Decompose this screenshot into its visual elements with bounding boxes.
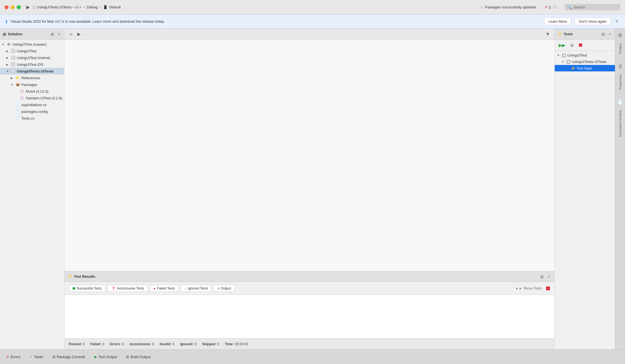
tree-label: Packages bbox=[21, 83, 37, 87]
tree-arrow: ▼ bbox=[557, 54, 561, 57]
tasks-icon: ✓ bbox=[29, 355, 32, 359]
status-area: ✓ Packages successfully updated. bbox=[480, 5, 537, 9]
inconclusive-tests-button[interactable]: ❓ Inconclusive Tests bbox=[108, 285, 148, 292]
build-output-label: Build Output bbox=[130, 355, 151, 359]
run-all-icon: ▶▶ bbox=[559, 43, 565, 48]
rerun-tests-button[interactable]: ⏵⏵ Rerun Tests bbox=[513, 285, 544, 292]
run-button[interactable]: ▶ bbox=[26, 4, 30, 10]
cs-file-icon: 📄 bbox=[15, 116, 20, 121]
search-bar[interactable]: 🔍 Search bbox=[565, 4, 621, 10]
test-item-test-apps[interactable]: ⚡ Test Apps bbox=[555, 65, 615, 71]
panel-close-button[interactable]: × bbox=[547, 274, 551, 279]
sidebar-expand-button[interactable]: ⊞ bbox=[50, 31, 55, 37]
document-icon[interactable]: 📄 bbox=[616, 98, 624, 106]
sidebar-item-references[interactable]: ▶ 📁 References bbox=[0, 74, 64, 81]
tests-panel-content: ▼ UsingUITest ▼ UsingUITests.UITests ⚡ T… bbox=[555, 51, 615, 349]
editor-content bbox=[64, 40, 554, 271]
dropdown-button[interactable]: ▼ bbox=[544, 31, 552, 38]
forward-button[interactable]: ▶ bbox=[76, 30, 82, 38]
rerun-label: Rerun Tests bbox=[524, 286, 542, 290]
tree-arrow: ▶ bbox=[6, 50, 11, 53]
close-button[interactable] bbox=[4, 5, 8, 9]
passed-value: 0 bbox=[83, 342, 85, 346]
sidebar-item-packages-config[interactable]: 📄 packages.config bbox=[0, 108, 64, 115]
skipped-label: Skipped: bbox=[202, 342, 216, 346]
learn-more-button[interactable]: Learn More bbox=[544, 18, 571, 25]
sidebar-item-uitests[interactable]: ▼ UsingUITests.UITests bbox=[0, 68, 64, 74]
breadcrumb-project-icon: □ bbox=[33, 5, 35, 9]
sidebar-item-xamarin-uitest[interactable]: ⬡ Xamarin.UITest (3.2.9) bbox=[0, 95, 64, 101]
test-item-usinguitest[interactable]: ▼ UsingUITest bbox=[555, 52, 615, 59]
dont-show-button[interactable]: Don't show again bbox=[575, 18, 611, 25]
tree-label: UsingUITest.Android bbox=[17, 56, 50, 60]
cs-file-icon: 📄 bbox=[15, 102, 20, 107]
notification-bar: ℹ Visual Studio 2022 for Mac v17.3 is no… bbox=[0, 15, 625, 29]
minimize-button[interactable] bbox=[11, 5, 15, 9]
tree-label: Xamarin.UITest (3.2.9) bbox=[26, 96, 62, 100]
tree-arrow: ▼ bbox=[561, 60, 566, 63]
ignored-tests-button[interactable]: ○ Ignored Tests bbox=[181, 285, 211, 292]
copy-button[interactable]: ⊞ bbox=[569, 42, 575, 49]
run-all-tests-button[interactable]: ▶▶ bbox=[557, 41, 567, 49]
stop-button[interactable] bbox=[546, 286, 550, 290]
sidebar-item-appinitializer[interactable]: 📄 AppInitializer.cs bbox=[0, 101, 64, 108]
toolbox-label[interactable]: Toolbox bbox=[617, 41, 623, 57]
package-console-tab[interactable]: ⊞ Package Console bbox=[48, 353, 89, 361]
sidebar-item-nunit[interactable]: ⬡ NUnit (3.13.3) bbox=[0, 88, 64, 95]
panel-pin-button[interactable]: ⊞ bbox=[539, 274, 545, 279]
sidebar-close-button[interactable]: × bbox=[57, 31, 61, 37]
errors-label: Errors: bbox=[110, 342, 121, 346]
tree-label: UsingUITests.UITests bbox=[17, 69, 54, 73]
tree-arrow: ▼ bbox=[11, 83, 15, 86]
tree-arrow: ▶ bbox=[6, 63, 11, 66]
far-right-panel: ⊞ Toolbox ☰ Properties 📄 Document Outlin… bbox=[615, 29, 625, 349]
stats-bar: Passed: 0 Failed: 0 Errors: 0 Inconclusi… bbox=[64, 338, 554, 349]
editor-toolbar: ◀ ▶ ▼ bbox=[64, 29, 554, 40]
successful-tests-button[interactable]: Successful Tests bbox=[69, 285, 105, 292]
document-outline-label[interactable]: Document Outline bbox=[617, 108, 623, 139]
build-output-tab[interactable]: ⊞ Build Output bbox=[122, 353, 155, 361]
tasks-label: Tasks bbox=[34, 355, 43, 359]
sidebar-item-ios[interactable]: ▶ UsingUITest.iOS bbox=[0, 61, 64, 68]
notification-close-button[interactable]: × bbox=[614, 18, 619, 24]
sidebar-item-tests-cs[interactable]: 📄 Tests.cs bbox=[0, 115, 64, 122]
test-tree-toolbar: ▶▶ ⊞ bbox=[555, 40, 615, 51]
test-status-circle bbox=[566, 60, 570, 64]
package-icon: ⬡ bbox=[20, 89, 25, 94]
sidebar-item-solution-root[interactable]: ▼ ⊞ UsingUITest (master) bbox=[0, 41, 64, 48]
failed-stat: Failed: 0 bbox=[90, 342, 104, 346]
failed-icon: ● bbox=[153, 286, 155, 290]
error-icon: ✕ bbox=[545, 5, 548, 9]
stop-tests-button[interactable] bbox=[577, 42, 584, 49]
properties-label[interactable]: Properties bbox=[617, 72, 623, 92]
test-item-uitests-uitests[interactable]: ▼ UsingUITests.UITests bbox=[555, 59, 615, 65]
failed-tests-button[interactable]: ● Failed Tests bbox=[150, 285, 178, 292]
successful-tests-label: Successful Tests bbox=[77, 286, 102, 290]
tool-output-tab[interactable]: ▶ Tool Output bbox=[90, 353, 121, 361]
sidebar-item-android[interactable]: ▶ UsingUITest.Android bbox=[0, 54, 64, 61]
back-button[interactable]: ◀ bbox=[67, 30, 74, 38]
skipped-stat: Skipped: 0 bbox=[202, 342, 219, 346]
success-dot bbox=[73, 287, 75, 290]
sidebar-item-usinguitest[interactable]: ▶ UsingUITest bbox=[0, 48, 64, 54]
notification-text: Visual Studio 2022 for Mac v17.3 is now … bbox=[11, 19, 541, 24]
title-bar: ▶ □ UsingUITests.UITests – U > > Debug >… bbox=[0, 0, 625, 15]
errors-tab[interactable]: ✕ Errors bbox=[2, 353, 24, 361]
errors-label: Errors bbox=[11, 355, 20, 359]
properties-icon[interactable]: ☰ bbox=[617, 62, 623, 71]
maximize-button[interactable] bbox=[17, 5, 21, 9]
stop-icon bbox=[579, 43, 582, 47]
sidebar-item-packages[interactable]: ▼ 📦 Packages bbox=[0, 81, 64, 88]
tests-panel-pin-button[interactable]: ⊞ bbox=[600, 31, 606, 37]
output-button[interactable]: ≡ Output bbox=[214, 285, 234, 292]
output-label: Output bbox=[221, 286, 231, 290]
grid-icon[interactable]: ⊞ bbox=[617, 31, 623, 39]
tests-panel-close-button[interactable]: × bbox=[608, 31, 612, 37]
main-layout: ⊞ Solution ⊞ × ▼ ⊞ UsingUITest (master) … bbox=[0, 29, 625, 349]
ignored-tests-label: Ignored Tests bbox=[188, 286, 208, 290]
invalid-label: Invalid: bbox=[160, 342, 171, 346]
sidebar: ⊞ Solution ⊞ × ▼ ⊞ UsingUITest (master) … bbox=[0, 29, 64, 349]
output-icon: ≡ bbox=[217, 286, 219, 290]
tasks-tab[interactable]: ✓ Tasks bbox=[25, 353, 47, 361]
bottom-bar: ✕ Errors ✓ Tasks ⊞ Package Console ▶ Too… bbox=[0, 349, 625, 364]
